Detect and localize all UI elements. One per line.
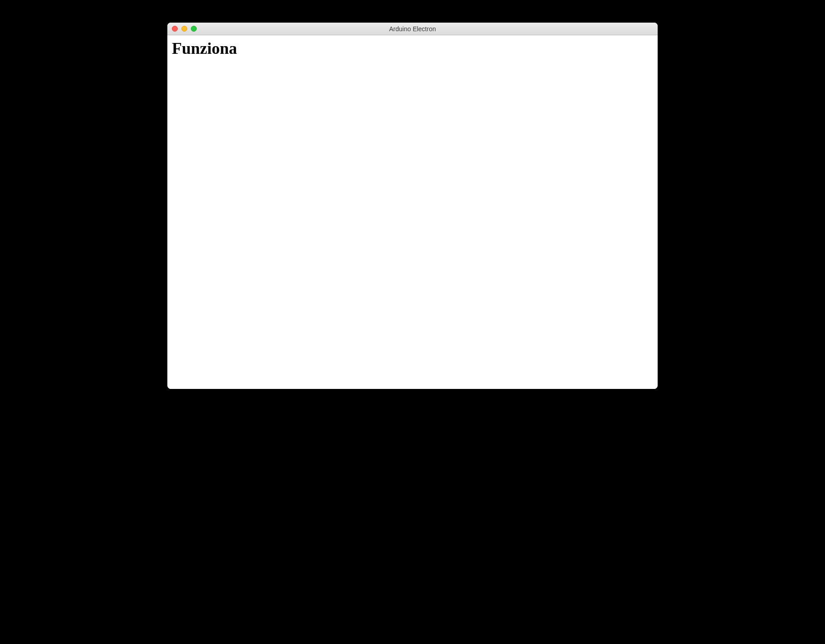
titlebar[interactable]: Arduino Electron (167, 23, 658, 35)
content-area: Funziona (167, 35, 658, 389)
window-title: Arduino Electron (167, 25, 658, 33)
minimize-button[interactable] (181, 26, 187, 32)
page-heading: Funziona (172, 39, 653, 58)
application-window: Arduino Electron Funziona (167, 23, 658, 389)
traffic-lights (167, 26, 197, 32)
maximize-button[interactable] (191, 26, 197, 32)
close-button[interactable] (172, 26, 178, 32)
